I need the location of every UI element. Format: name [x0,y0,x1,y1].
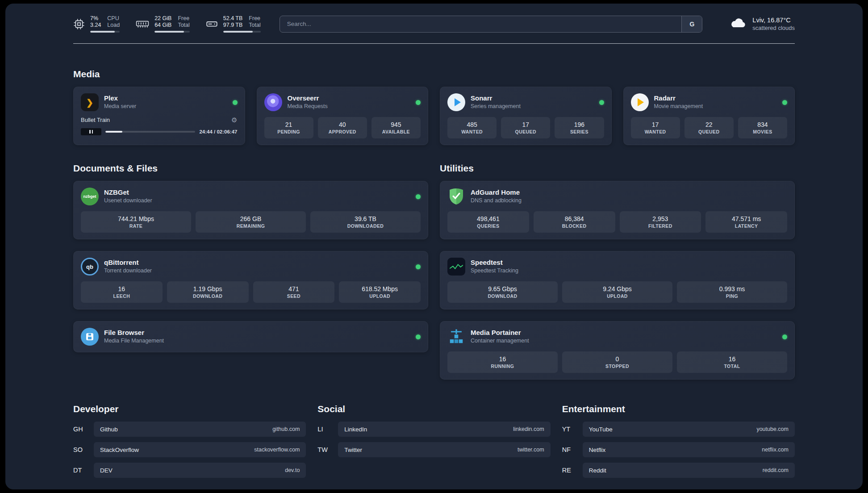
stat-label: QUERIES [449,223,527,230]
speedtest-icon [447,258,465,276]
link-row-reddit[interactable]: RE Reddit reddit.com [562,463,795,478]
cpu-usage-fill [90,31,115,33]
pause-button[interactable] [81,128,101,135]
link-domain: reddit.com [763,467,789,473]
link-pill[interactable]: LinkedIn linkedin.com [338,422,550,437]
disk-free: 52.4 TB [223,15,243,22]
link-row-netflix[interactable]: NF Netflix netflix.com [562,442,795,457]
playback-progress-track[interactable] [105,131,195,133]
app-titles: Sonarr Series management [471,94,521,111]
link-pill[interactable]: Reddit reddit.com [583,463,795,478]
stat-value: 16 [449,355,556,363]
stat-label: PING [679,293,785,300]
app-subtitle: Torrent downloader [104,267,152,275]
overseerr-icon [264,93,282,111]
link-domain: youtube.com [756,426,789,432]
plex-card[interactable]: ❯ Plex Media server Bullet Train ⚙ [73,87,245,145]
cpu-load-avg: 3.24 [90,22,101,29]
link-pill[interactable]: Github github.com [94,422,306,437]
nzbget-icon: nzbget [81,188,99,205]
search-input[interactable] [280,16,682,32]
status-online-dot [599,100,604,105]
app-subtitle: Movie management [654,102,703,111]
stat-tile: 9.24 Gbps UPLOAD [562,281,672,303]
link-pill[interactable]: Twitter twitter.com [338,442,550,457]
app-subtitle: Media server [104,102,136,111]
speedtest-card[interactable]: Speedtest Speedtest Tracking 9.65 Gbps D… [440,251,795,309]
link-row-dev[interactable]: DT DEV dev.to [73,463,306,478]
app-subtitle: DNS and adblocking [471,196,522,205]
cpu-readout: 7% 3.24 CPU Load [90,15,120,33]
radarr-card[interactable]: Radarr Movie management 17 WANTED 22 QUE… [623,87,795,145]
cpu-percent: 7% [90,15,101,22]
app-titles: qBittorrent Torrent downloader [104,258,152,275]
stat-label: TOTAL [679,363,785,370]
section-title-social: Social [317,404,550,414]
overseerr-card[interactable]: Overseerr Media Requests 21 PENDING 40 A… [257,87,429,145]
stat-label: LATENCY [707,223,785,230]
link-pill[interactable]: YouTube youtube.com [583,422,795,437]
stat-label: STOPPED [564,363,671,370]
stat-value: 471 [255,285,333,293]
search-engine-button[interactable]: G [681,16,702,32]
stat-label: FILTERED [622,223,700,230]
qbittorrent-card[interactable]: qb qBittorrent Torrent downloader 16 [73,251,428,309]
section-title-documents: Documents & Files [73,163,428,174]
link-pill[interactable]: DEV dev.to [94,463,306,478]
sonarr-stats: 485 WANTED 17 QUEUED 196 SERIES [447,117,604,138]
app-name: qBittorrent [104,258,152,267]
stat-tile: 17 QUEUED [501,117,550,138]
app-name: Sonarr [471,94,521,102]
stat-tile: 618.52 Mbps UPLOAD [339,281,421,303]
stat-tile: 266 GB REMAINING [196,211,306,233]
stat-value: 86,384 [535,215,613,223]
stat-value: 1.19 Gbps [169,285,247,293]
link-row-github[interactable]: GH Github github.com [73,422,306,437]
stat-tile: 0.993 ms PING [677,281,787,303]
ram-readout: 22 GiB 64 GiB Free Total [154,15,190,33]
card-header: ❯ Plex Media server [81,93,238,111]
link-name: Twitter [344,447,362,453]
nzbget-stats: 744.21 Mbps RATE 266 GB REMAINING 39.6 T… [81,211,421,233]
link-pill[interactable]: Netflix netflix.com [583,442,795,457]
adguard-card[interactable]: AdGuard Home DNS and adblocking 498,461 … [440,181,795,239]
stat-label: REMAINING [197,223,304,230]
stat-label: QUEUED [686,129,732,135]
sonarr-card[interactable]: Sonarr Series management 485 WANTED 17 Q… [440,87,612,145]
ram-free-label: Free [178,15,189,22]
nzbget-card[interactable]: nzbget NZBGet Usenet downloader 744.21 M… [73,181,428,239]
link-name: StackOverflow [100,447,139,453]
status-online-dot [782,100,787,105]
stat-tile: 16 LEECH [81,281,163,303]
player-row: 24:44 / 02:06:47 [81,128,238,135]
portainer-card[interactable]: Media Portainer Container management 16 … [440,321,795,380]
stat-value: 834 [740,121,785,129]
ram-free: 22 GiB [154,15,171,22]
link-row-twitter[interactable]: TW Twitter twitter.com [317,442,550,457]
section-title-developer: Developer [73,404,306,414]
stat-tile: 47.571 ms LATENCY [705,211,787,233]
card-header: Overseerr Media Requests [264,93,421,111]
link-name: YouTube [589,426,613,433]
app-name: File Browser [104,328,164,337]
link-abbr: LI [317,426,333,433]
sonarr-icon [447,93,465,111]
link-row-stackoverflow[interactable]: SO StackOverflow stackoverflow.com [73,442,306,457]
link-row-linkedin[interactable]: LI LinkedIn linkedin.com [317,422,550,437]
documents-column: Documents & Files nzbget NZBGet Usenet d… [73,163,428,352]
stat-tile: 21 PENDING [264,117,313,138]
adguard-stats: 498,461 QUERIES 86,384 BLOCKED 2,953 FIL… [447,211,787,233]
link-pill[interactable]: StackOverflow stackoverflow.com [94,442,306,457]
link-name: Github [100,426,118,433]
stat-label: AVAILABLE [373,129,419,135]
filebrowser-card[interactable]: File Browser Media File Management [73,321,428,352]
stat-value: 618.52 Mbps [341,285,419,293]
stat-label: SEED [255,293,333,300]
two-column-area: Documents & Files nzbget NZBGet Usenet d… [73,163,795,380]
stat-value: 22 [686,121,732,129]
adguard-shield-icon [447,188,465,205]
link-row-youtube[interactable]: YT YouTube youtube.com [562,422,795,437]
gear-icon[interactable]: ⚙ [231,117,237,123]
card-header: Media Portainer Container management [447,328,787,346]
stat-value: 21 [266,121,312,129]
